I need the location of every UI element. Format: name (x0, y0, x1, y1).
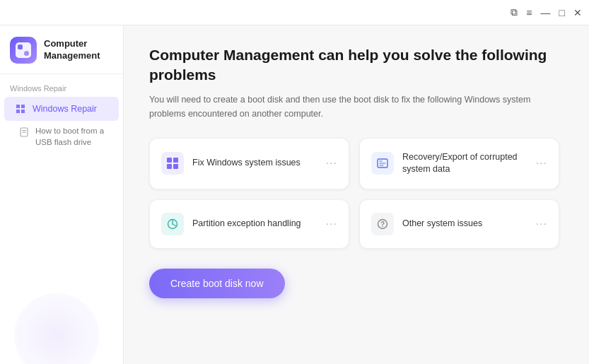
page-description: You will need to create a boot disk and … (149, 93, 545, 121)
svg-rect-5 (167, 164, 172, 169)
svg-rect-1 (22, 130, 26, 131)
feature-card-partition[interactable]: Partition exception handling ··· (149, 199, 349, 249)
sidebar: Computer Management Windows Repair Windo… (0, 25, 124, 364)
app-logo (10, 37, 37, 64)
partition-icon (161, 213, 184, 235)
sidebar-section-label: Windows Repair (0, 74, 123, 97)
sidebar-item-label-boot-usb: How to boot from a USB flash drive (35, 126, 109, 148)
feedback-icon[interactable]: ⧉ (511, 6, 518, 18)
sidebar-item-label-windows-repair: Windows Repair (33, 104, 97, 114)
sidebar-bottom (0, 153, 123, 364)
svg-text:?: ? (380, 221, 385, 228)
feature-card-recovery[interactable]: Recovery/Export of corrupted system data… (359, 138, 559, 189)
svg-rect-4 (173, 158, 178, 163)
recovery-label: Recovery/Export of corrupted system data (402, 151, 527, 176)
main-content: Computer Management can help you solve t… (124, 25, 589, 364)
sidebar-item-boot-usb[interactable]: How to boot from a USB flash drive (4, 121, 119, 153)
app-container: Computer Management Windows Repair Windo… (0, 25, 589, 364)
svg-rect-2 (22, 132, 26, 133)
app-logo-inner (16, 42, 31, 58)
title-bar: ⧉ ≡ — □ ✕ (0, 0, 589, 25)
app-title: Computer Management (44, 38, 100, 62)
window-controls[interactable]: ⧉ ≡ — □ ✕ (511, 6, 582, 18)
recovery-icon (371, 152, 394, 175)
fix-windows-icon (161, 152, 184, 175)
close-icon[interactable]: ✕ (573, 7, 582, 18)
menu-icon[interactable]: ≡ (526, 7, 532, 18)
other-icon: ? (371, 213, 394, 235)
svg-rect-3 (167, 158, 172, 163)
feature-card-fix-windows[interactable]: Fix Windows system issues ··· (149, 138, 349, 189)
fix-windows-label: Fix Windows system issues (192, 157, 317, 170)
sidebar-item-windows-repair[interactable]: Windows Repair (4, 97, 119, 121)
minimize-icon[interactable]: — (541, 7, 551, 18)
features-grid: Fix Windows system issues ··· Recovery/E… (149, 138, 559, 249)
maximize-icon[interactable]: □ (559, 7, 565, 18)
svg-rect-6 (173, 164, 178, 169)
recovery-dots[interactable]: ··· (536, 157, 547, 170)
other-label: Other system issues (402, 218, 527, 230)
fix-windows-dots[interactable]: ··· (326, 157, 337, 170)
sidebar-header: Computer Management (0, 25, 123, 74)
partition-label: Partition exception handling (192, 218, 317, 230)
other-dots[interactable]: ··· (536, 218, 547, 230)
feature-card-other[interactable]: ? Other system issues ··· (359, 199, 559, 249)
boot-usb-icon (18, 127, 30, 138)
create-boot-disk-button[interactable]: Create boot disk now (149, 269, 285, 298)
decorative-circle (14, 293, 99, 364)
partition-dots[interactable]: ··· (326, 218, 337, 230)
page-title: Computer Management can help you solve t… (149, 45, 559, 86)
windows-repair-icon (14, 102, 27, 115)
